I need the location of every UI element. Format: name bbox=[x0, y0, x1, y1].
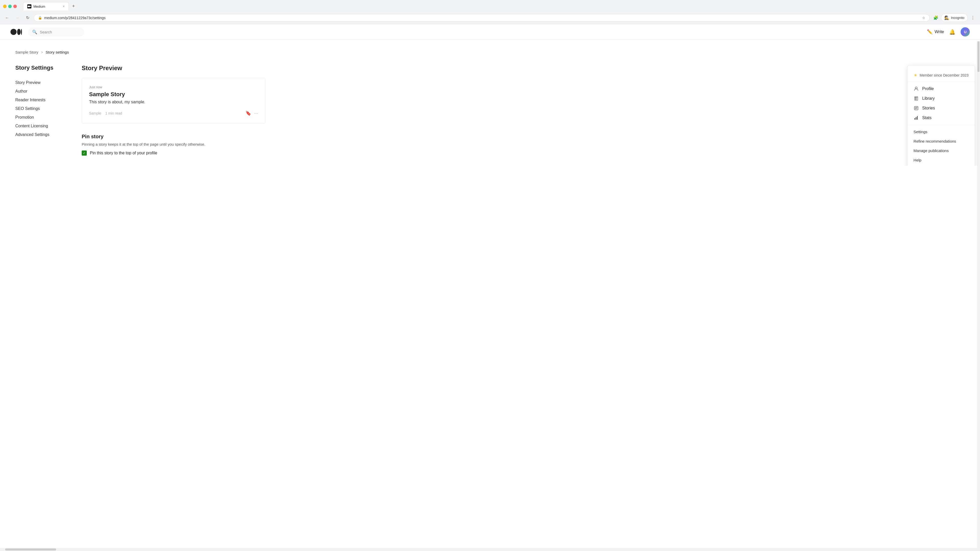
extensions-button[interactable]: 🧩 bbox=[932, 14, 940, 22]
page-content: Sample Story > Story settings Story Sett… bbox=[0, 40, 281, 166]
save-icon: 🔖 bbox=[245, 111, 251, 116]
section-title: Story Preview bbox=[82, 65, 266, 72]
scrollbar-right-thumb bbox=[977, 41, 980, 72]
sidebar-nav: Story Settings Story Preview Author Read… bbox=[15, 65, 66, 156]
stories-icon bbox=[914, 106, 919, 110]
svg-rect-11 bbox=[916, 117, 916, 120]
sidebar-item-content-licensing[interactable]: Content Licensing bbox=[15, 122, 66, 130]
browser-actions: 🧩 🕵️ Incognito ⋮ bbox=[932, 14, 977, 22]
sidebar-item-story-preview[interactable]: Story Preview bbox=[15, 78, 66, 87]
bookmark-icon: ☆ bbox=[922, 16, 925, 20]
dropdown-item-library[interactable]: Library bbox=[907, 94, 975, 103]
sidebar-item-advanced-settings[interactable]: Advanced Settings bbox=[15, 130, 66, 139]
address-bar[interactable]: 🔒 medium.com/p/28411229a73c/settings ☆ bbox=[34, 14, 930, 22]
tab-bar: Medium × + bbox=[20, 2, 80, 11]
search-bar[interactable]: 🔍 Search bbox=[28, 27, 84, 37]
checkmark-icon: ✓ bbox=[83, 151, 86, 155]
card-excerpt: This story is about, my sample. bbox=[89, 100, 258, 104]
reload-button[interactable]: ↻ bbox=[24, 14, 32, 22]
incognito-icon: 🕵️ bbox=[944, 15, 950, 20]
tab-title: Medium bbox=[33, 5, 45, 8]
svg-point-4 bbox=[17, 29, 21, 35]
incognito-label: Incognito bbox=[951, 16, 964, 20]
address-text: medium.com/p/28411229a73c/settings bbox=[44, 16, 920, 20]
dropdown-settings-link[interactable]: Settings bbox=[907, 127, 975, 137]
ellipsis-icon: ··· bbox=[254, 111, 258, 116]
dropdown-item-profile[interactable]: Profile bbox=[907, 84, 975, 94]
tab-favicon bbox=[27, 4, 32, 8]
svg-point-1 bbox=[30, 6, 30, 7]
avatar[interactable]: U bbox=[961, 27, 970, 37]
card-tag: Sample bbox=[89, 111, 101, 115]
card-meta: Sample 1 min read bbox=[89, 111, 122, 115]
sidebar-title: Story Settings bbox=[15, 65, 66, 71]
svg-rect-8 bbox=[916, 97, 918, 100]
browser-chrome: Medium × + ← → ↻ 🔒 medium.com/p/28411229… bbox=[0, 0, 980, 24]
pin-checkbox-row: ✓ Pin this story to the top of your prof… bbox=[82, 151, 266, 156]
minimize-button[interactable] bbox=[3, 5, 6, 8]
logo[interactable] bbox=[10, 29, 22, 35]
dropdown-stats-label: Stats bbox=[922, 116, 932, 120]
save-to-list-button[interactable]: 🔖 bbox=[245, 110, 251, 116]
card-timestamp: Just now bbox=[89, 85, 258, 89]
dropdown-library-label: Library bbox=[922, 96, 935, 101]
breadcrumb-separator: > bbox=[41, 50, 43, 54]
incognito-button[interactable]: 🕵️ Incognito bbox=[941, 14, 968, 22]
dropdown-item-stories[interactable]: Stories bbox=[907, 103, 975, 113]
svg-rect-12 bbox=[917, 116, 918, 120]
app-header: 🔍 Search ✏️ Write 🔔 U bbox=[0, 24, 980, 40]
dropdown-manage-publications-link[interactable]: Manage publications bbox=[907, 146, 975, 156]
close-window-button[interactable] bbox=[13, 5, 17, 8]
header-right: ✏️ Write 🔔 U bbox=[927, 27, 970, 37]
main-content: Story Preview Just now Sample Story This… bbox=[82, 65, 266, 156]
breadcrumb: Sample Story > Story settings bbox=[15, 50, 266, 54]
svg-point-5 bbox=[21, 29, 22, 35]
svg-point-2 bbox=[30, 6, 31, 6]
sidebar-item-reader-interests[interactable]: Reader Interests bbox=[15, 96, 66, 104]
dropdown-stories-label: Stories bbox=[922, 106, 935, 110]
address-bar-row: ← → ↻ 🔒 medium.com/p/28411229a73c/settin… bbox=[0, 12, 980, 24]
more-options-button[interactable]: ⋮ bbox=[969, 14, 977, 22]
story-preview-card: Just now Sample Story This story is abou… bbox=[82, 78, 266, 124]
pin-description: Pinning a story keeps it at the top of t… bbox=[82, 142, 266, 146]
library-icon bbox=[914, 96, 919, 101]
active-tab[interactable]: Medium × bbox=[23, 2, 69, 11]
more-options-card-button[interactable]: ··· bbox=[254, 111, 258, 116]
pin-section-title: Pin story bbox=[82, 134, 266, 140]
card-actions: 🔖 ··· bbox=[245, 110, 258, 116]
svg-point-0 bbox=[28, 6, 30, 7]
dropdown-profile-label: Profile bbox=[922, 86, 934, 91]
breadcrumb-parent-link[interactable]: Sample Story bbox=[15, 50, 38, 54]
notifications-button[interactable]: 🔔 bbox=[949, 29, 956, 35]
tab-close-button[interactable]: × bbox=[63, 5, 65, 8]
forward-button[interactable]: → bbox=[13, 14, 21, 22]
lock-icon: 🔒 bbox=[38, 16, 42, 20]
write-icon: ✏️ bbox=[927, 29, 932, 35]
sidebar-item-seo-settings[interactable]: SEO Settings bbox=[15, 104, 66, 113]
window-controls bbox=[3, 5, 17, 8]
svg-rect-7 bbox=[915, 97, 916, 100]
dropdown-divider-1 bbox=[907, 125, 975, 125]
card-footer: Sample 1 min read 🔖 ··· bbox=[89, 110, 258, 116]
card-title: Sample Story bbox=[89, 91, 258, 98]
breadcrumb-current: Story settings bbox=[46, 50, 69, 54]
pin-checkbox[interactable]: ✓ bbox=[82, 151, 87, 156]
sidebar-item-author[interactable]: Author bbox=[15, 87, 66, 96]
sidebar-item-promotion[interactable]: Promotion bbox=[15, 113, 66, 122]
main-wrapper: Sample Story > Story settings Story Sett… bbox=[0, 40, 980, 166]
dropdown-refine-link[interactable]: Refine recommendations bbox=[907, 137, 975, 146]
member-star-icon: ★ bbox=[914, 73, 917, 78]
pin-checkbox-label: Pin this story to the top of your profil… bbox=[90, 151, 157, 156]
maximize-button[interactable] bbox=[8, 5, 12, 8]
write-button[interactable]: ✏️ Write bbox=[927, 29, 944, 35]
back-button[interactable]: ← bbox=[3, 14, 11, 22]
new-tab-button[interactable]: + bbox=[70, 3, 77, 10]
dropdown-menu: ★ Member since December 2023 Profile Lib… bbox=[907, 65, 975, 166]
dropdown-help-link[interactable]: Help bbox=[907, 156, 975, 165]
write-label: Write bbox=[935, 30, 944, 34]
stats-icon bbox=[914, 116, 919, 120]
bell-icon: 🔔 bbox=[949, 29, 956, 35]
search-placeholder: Search bbox=[40, 30, 52, 34]
dropdown-item-stats[interactable]: Stats bbox=[907, 113, 975, 123]
scrollbar-right[interactable] bbox=[977, 41, 980, 166]
